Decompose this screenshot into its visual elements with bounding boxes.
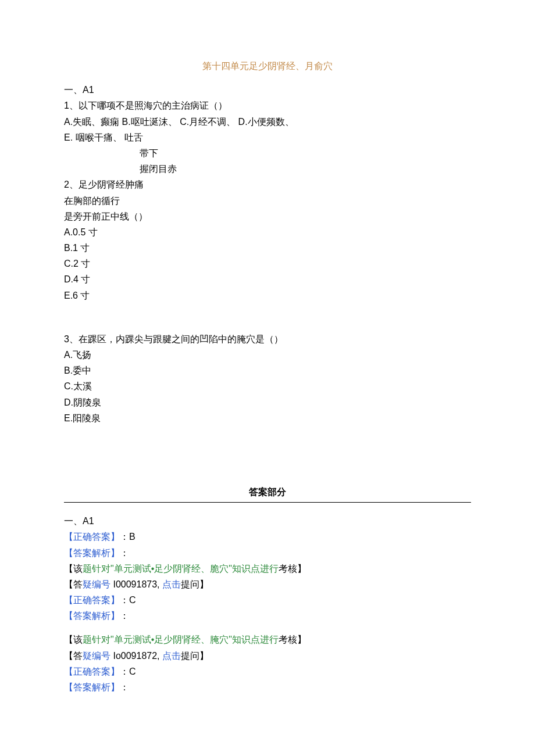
q1-opt-c: C.月经不调、	[180, 117, 236, 127]
q1-opt-e-line: E. 咽喉干痛、 吐舌	[64, 130, 471, 145]
q3-opt-b: B.委中	[64, 363, 471, 378]
q1-stem: 1、以下哪项不是照海穴的主治病证（）	[64, 98, 471, 113]
faq-pre: 【答	[64, 579, 83, 589]
faq-pre: 【答	[64, 651, 83, 661]
q3-stem: 3、在踝区，内踝尖与跟腱之间的凹陷中的腌穴是（）	[64, 331, 471, 347]
ans1-value: B	[129, 532, 135, 542]
ans2-value: C	[129, 595, 136, 605]
faq-id: Io0091872,	[110, 651, 162, 661]
knowl-pre: 【该	[64, 564, 83, 574]
q2-opt-c: C.2 寸	[64, 256, 471, 271]
ans3-explain: 【答案解析】：	[64, 679, 471, 695]
q2-stem-line3: 是旁开前正中线（）	[64, 209, 471, 224]
faq-mid1: 疑编号	[83, 651, 110, 661]
ans1-faq: 【答疑编号 I00091873, 点击提问】	[64, 576, 471, 592]
faq-id: I00091873,	[110, 579, 162, 589]
q1-wrap-line1: 带下	[140, 145, 471, 161]
q2-opt-a: A.0.5 寸	[64, 224, 471, 240]
q2-opt-e: E.6 寸	[64, 288, 471, 303]
q1-opt-a: A.失眠、癫痫	[64, 117, 119, 127]
ans2-explain: 【答案解析】：	[64, 608, 471, 624]
q1-opt-d: D.小便频数、	[238, 117, 294, 127]
divider	[64, 502, 471, 503]
q3-opt-d: D.阴陵泉	[64, 395, 471, 410]
knowl-suf: 考核】	[279, 564, 306, 574]
q2-stem-line2: 在胸部的循行	[64, 193, 471, 209]
ans2-correct: 【正确答案】：C	[64, 592, 471, 608]
q1-wrap-line2: 握闭目赤	[140, 161, 471, 177]
ans2-faq: 【答疑编号 Io0091872, 点击提问】	[64, 648, 471, 664]
q2-opt-d: D.4 寸	[64, 271, 471, 287]
q1-options-line1: A.失眠、癫痫 B.呕吐涎沫、 C.月经不调、 D.小便频数、	[64, 114, 471, 130]
colon: ：	[120, 667, 129, 676]
ans3-correct: 【正确答案】：C	[64, 664, 471, 679]
faq-suf: 提问】	[181, 651, 209, 661]
faq-suf: 提问】	[181, 579, 209, 589]
q2-stem-line1: 2、足少阴肾经肿痛	[64, 177, 471, 192]
faq-mid1: 疑编号	[83, 579, 110, 589]
colon: ：	[120, 682, 129, 692]
explain-label: 【答案解析】	[64, 548, 120, 558]
faq-click: 点击	[162, 579, 181, 589]
ans1-correct: 【正确答案】：B	[64, 529, 471, 544]
correct-label: 【正确答案】	[64, 595, 120, 605]
correct-label: 【正确答案】	[64, 532, 120, 542]
q3-opt-c: C.太溪	[64, 378, 471, 394]
spacer	[64, 303, 471, 331]
colon: ：	[120, 595, 129, 605]
ans1-knowledge: 【该题针对"单元测试•足少阴肾经、脆穴"知识点进行考核】	[64, 561, 471, 576]
knowl-green: 题针对"单元测试•足少阴肾经、腌穴"知识点进行	[83, 635, 279, 644]
document-page: 第十四单元足少阴肾经、月俞穴 一、A1 1、以下哪项不是照海穴的主治病证（） A…	[0, 0, 535, 756]
q3-opt-e: E.阳陵泉	[64, 410, 471, 426]
spacer	[64, 624, 471, 632]
colon: ：	[120, 611, 129, 621]
q2-opt-b: B.1 寸	[64, 240, 471, 256]
colon: ：	[120, 532, 129, 542]
unit-title: 第十四单元足少阴肾经、月俞穴	[64, 58, 471, 74]
section-label-a1: 一、A1	[64, 82, 471, 98]
colon: ：	[120, 548, 129, 558]
answers-section-label: 一、A1	[64, 513, 471, 529]
ans2-knowledge: 【该题针对"单元测试•足少阴肾经、腌穴"知识点进行考核】	[64, 632, 471, 647]
knowl-green: 题针对"单元测试•足少阴肾经、脆穴"知识点进行	[83, 564, 279, 574]
knowl-pre: 【该	[64, 635, 83, 644]
ans3-value: C	[129, 667, 136, 676]
explain-label: 【答案解析】	[64, 611, 120, 621]
correct-label: 【正确答案】	[64, 667, 120, 676]
explain-label: 【答案解析】	[64, 682, 120, 692]
ans1-explain: 【答案解析】：	[64, 545, 471, 561]
knowl-suf: 考核】	[279, 635, 306, 644]
q1-opt-b: B.呕吐涎沫、	[122, 117, 177, 127]
q3-opt-a: A.飞扬	[64, 347, 471, 363]
answers-header: 答案部分	[64, 484, 471, 500]
faq-click: 点击	[162, 651, 181, 661]
